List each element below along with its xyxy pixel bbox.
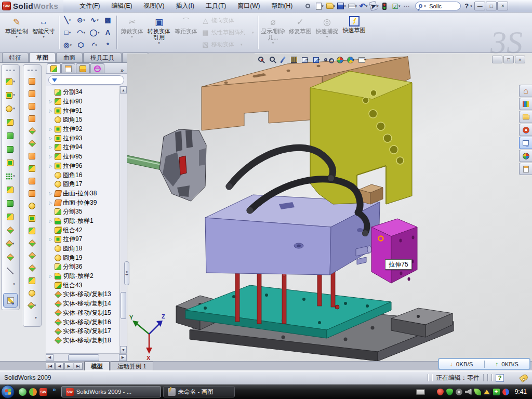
doc-nav-button[interactable]: ▶| xyxy=(74,363,83,370)
magnified-selection-icon[interactable] xyxy=(277,55,287,64)
more-tools-icon[interactable]: ⋯ xyxy=(403,1,413,11)
document-tab[interactable]: 模型 xyxy=(84,362,110,371)
save-icon[interactable]: ▾ xyxy=(337,1,348,11)
pin-icon[interactable] xyxy=(304,1,315,11)
deform-surface-icon[interactable]: ▾ xyxy=(23,299,41,312)
flex-icon[interactable] xyxy=(2,250,19,264)
tree-item[interactable]: ▷ 切除-放样2 xyxy=(48,272,127,281)
tree-item[interactable]: ▷ 拉伸97 xyxy=(48,235,127,244)
move-copy-body-icon[interactable] xyxy=(2,223,19,237)
menu-item[interactable]: 窗口(W) xyxy=(233,1,264,11)
scroll-down-icon[interactable]: ▼ xyxy=(120,346,127,353)
menu-item[interactable]: 帮助(H) xyxy=(267,1,298,11)
help-button[interactable]: ? xyxy=(463,2,470,10)
command-tab[interactable]: 曲面 xyxy=(56,52,83,62)
filled-surface-icon[interactable] xyxy=(23,125,41,137)
trim-entities-button[interactable]: ✂ 剪裁实体 ▾ xyxy=(118,14,145,51)
tree-item[interactable]: 分割36 xyxy=(48,262,127,272)
spline-tool-icon[interactable]: ∿▾ xyxy=(88,14,101,26)
cavity-icon[interactable] xyxy=(23,274,41,287)
part-cavity-insert[interactable] xyxy=(159,129,206,201)
linear-sketch-pattern-button[interactable]: ▦ 线性草图阵列 ▾ xyxy=(202,28,254,38)
menu-item[interactable]: 文件(F) xyxy=(75,1,104,11)
hole-wizard-icon[interactable] xyxy=(2,156,19,169)
doc-restore-button[interactable]: □ xyxy=(503,56,514,63)
arc-tool-icon[interactable]: ◠▾ xyxy=(74,26,88,39)
dome-icon[interactable] xyxy=(23,287,41,299)
revolved-surface-icon[interactable] xyxy=(23,87,41,100)
new-document-icon[interactable]: ▾ xyxy=(315,1,326,11)
taskpane-3d-content-tab[interactable] xyxy=(519,124,532,136)
section-view-icon[interactable] xyxy=(289,55,298,64)
tree-filter-input[interactable] xyxy=(48,75,124,85)
extend-surface-icon[interactable] xyxy=(23,187,41,200)
offset-entities-button[interactable]: ⌒ 等距实体 xyxy=(172,14,200,51)
alert-tray-icon[interactable] xyxy=(484,389,490,395)
tree-item[interactable]: 圆角18 xyxy=(48,244,127,254)
configurationmanager-tab[interactable] xyxy=(76,63,90,73)
tree-item[interactable]: ▷ 切除-放样1 xyxy=(48,217,127,226)
minimize-button[interactable]: — xyxy=(474,2,485,10)
options-icon[interactable]: ☑▾ xyxy=(392,1,402,11)
extrude-cut-icon[interactable]: ▾ xyxy=(2,88,19,102)
slot-tool-icon[interactable]: ◎▾ xyxy=(61,39,74,51)
tree-horizontal-scrollbar[interactable]: ◀ ▶ xyxy=(46,353,127,361)
mirror-feature-icon[interactable] xyxy=(2,196,19,210)
tree-item[interactable]: 实体-移动/复制18 xyxy=(48,336,127,345)
scroll-right-icon[interactable]: ▶ xyxy=(119,354,127,361)
parting-surface-icon[interactable] xyxy=(23,249,41,262)
security-shield-tray-icon[interactable] xyxy=(446,389,453,395)
tree-item[interactable]: ▷ 拉伸94 xyxy=(48,143,127,152)
circle-tool-icon[interactable]: ⊙▾ xyxy=(74,14,88,26)
command-tab[interactable]: 草图 xyxy=(29,52,56,62)
rebuild-icon[interactable] xyxy=(381,1,391,11)
propertymanager-tab[interactable] xyxy=(61,63,75,73)
scroll-up-icon[interactable]: ▲ xyxy=(120,86,127,94)
scrollbar-thumb[interactable] xyxy=(121,292,126,319)
taskpane-home-tab[interactable]: ⌂ xyxy=(519,85,532,97)
quick-tips-icon[interactable]: ? xyxy=(496,374,504,382)
thicken-icon[interactable] xyxy=(23,175,41,187)
linear-pattern-icon[interactable]: ▾ xyxy=(2,169,19,183)
sketch-fillet-icon[interactable]: ◜▾ xyxy=(88,39,101,51)
offset-surface-icon[interactable] xyxy=(23,137,41,150)
system-tray-icon[interactable] xyxy=(456,389,462,395)
deform-icon[interactable]: ▾ xyxy=(2,237,19,250)
part-extrude75-block[interactable] xyxy=(371,219,417,283)
scroll-left-icon[interactable]: ◀ xyxy=(46,354,54,361)
update-tray-icon[interactable] xyxy=(502,389,509,395)
fillet-icon[interactable]: ▾ xyxy=(2,102,19,115)
select-marquee-icon[interactable]: ▩ xyxy=(101,14,115,26)
print-icon[interactable]: ▾ xyxy=(348,1,358,11)
extruded-surface-icon[interactable] xyxy=(23,100,41,112)
taskbar-task-button[interactable]: 未命名 - 画图 xyxy=(163,386,235,397)
hide-show-items-icon[interactable]: ▾ xyxy=(323,55,332,64)
tree-item[interactable]: ▷ 拉伸91 xyxy=(48,106,127,115)
chamfer-icon[interactable] xyxy=(2,115,19,129)
tree-item[interactable]: 圆角19 xyxy=(48,253,127,262)
view-orientation-icon[interactable]: ▾ xyxy=(312,55,321,64)
tree-item[interactable]: 组合42 xyxy=(48,225,127,235)
appearance-icon[interactable] xyxy=(335,55,344,64)
close-button[interactable]: × xyxy=(497,2,508,10)
move-entities-button[interactable]: ▧ 移动实体 ▾ xyxy=(202,39,254,50)
tree-item[interactable]: ▷ 曲面-拉伸39 xyxy=(48,198,127,207)
quick-snaps-button[interactable]: ◎ 快速捕捉 ▾ xyxy=(314,14,341,51)
doc-nav-button[interactable]: ◀ xyxy=(55,363,64,370)
instant3d-button[interactable] xyxy=(3,293,18,308)
tree-vertical-scrollbar[interactable]: ▲ ▼ xyxy=(119,86,127,353)
tree-item[interactable]: 实体-移动/复制15 xyxy=(48,309,127,318)
point-tool-icon[interactable]: * xyxy=(101,39,115,51)
tree-item[interactable]: 圆角17 xyxy=(48,180,127,189)
tree-item[interactable]: 分割34 xyxy=(48,88,127,97)
boundary-surface-icon[interactable] xyxy=(23,112,41,125)
tree-item[interactable]: 实体-移动/复制14 xyxy=(48,299,127,309)
solidworks-quicklaunch-icon[interactable]: SW xyxy=(39,388,47,396)
extrude-boss-icon[interactable]: ▾ xyxy=(2,75,19,88)
exploded-mold-assembly[interactable]: Y Z X xyxy=(127,54,532,361)
restore-button[interactable]: □ xyxy=(486,2,497,10)
search-input[interactable]: Solic xyxy=(429,3,442,9)
reference-geometry-icon[interactable] xyxy=(2,264,19,277)
tree-item[interactable]: 分割35 xyxy=(48,207,127,217)
tree-item[interactable]: 实体-移动/复制16 xyxy=(48,317,127,327)
